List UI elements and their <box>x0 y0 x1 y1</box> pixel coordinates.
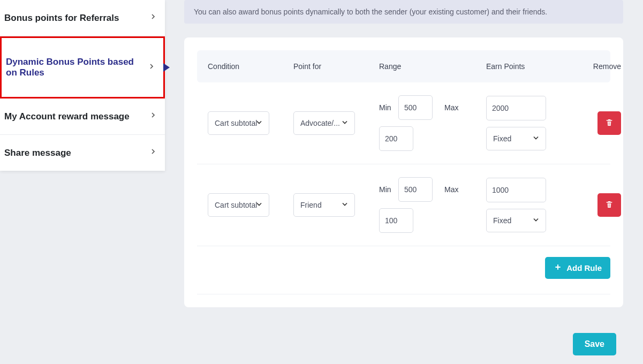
col-condition: Condition <box>208 62 293 71</box>
range-extra-input[interactable] <box>379 126 413 151</box>
earn-value-input[interactable] <box>486 96 546 120</box>
earn-type-value: Fixed <box>493 134 511 143</box>
col-remove: Remove <box>573 62 621 71</box>
remove-rule-button[interactable] <box>597 111 621 135</box>
condition-value: Cart subtotal <box>215 119 257 127</box>
sidebar-item-share-message[interactable]: Share message <box>0 135 165 171</box>
rule-row: Cart subtotal Advocate/... Min Max <box>197 82 610 164</box>
max-label: Max <box>444 103 458 112</box>
sidebar-item-bonus-points-referrals[interactable]: Bonus points for Referrals <box>0 0 165 36</box>
condition-value: Cart subtotal <box>215 201 257 209</box>
sidebar-item-label: Bonus points for Referrals <box>4 13 119 24</box>
chevron-down-icon <box>341 200 349 210</box>
info-banner: You can also award bonus points dynamica… <box>184 0 623 24</box>
point-for-cell: Advocate/... <box>293 111 379 135</box>
point-for-value: Advocate/... <box>300 119 340 127</box>
range-cell: Min Max <box>379 177 486 233</box>
earn-cell: Fixed <box>486 178 573 232</box>
point-for-value: Friend <box>300 201 322 209</box>
chevron-down-icon <box>341 118 349 128</box>
condition-select[interactable]: Cart subtotal <box>208 111 269 135</box>
earn-cell: Fixed <box>486 96 573 150</box>
rules-actions: Add Rule <box>197 246 610 294</box>
sidebar-item-label: Dynamic Bonus Points based on Rules <box>6 57 140 78</box>
range-cell: Min Max <box>379 95 486 151</box>
chevron-right-icon <box>147 62 156 73</box>
range-extra-input[interactable] <box>379 208 413 233</box>
add-rule-label: Add Rule <box>566 263 602 272</box>
chevron-right-icon <box>149 12 157 24</box>
condition-cell: Cart subtotal <box>208 193 293 217</box>
earn-type-select[interactable]: Fixed <box>486 209 546 232</box>
range-min-input[interactable] <box>398 95 433 120</box>
min-label: Min <box>379 103 394 112</box>
chevron-right-icon <box>149 147 157 158</box>
chevron-right-icon <box>149 111 157 122</box>
point-for-cell: Friend <box>293 193 379 217</box>
trash-icon <box>605 200 614 210</box>
sidebar-item-label: Share message <box>4 148 71 158</box>
sidebar-item-label: My Account reward message <box>4 111 130 122</box>
col-earn-points: Earn Points <box>486 62 573 71</box>
remove-rule-button[interactable] <box>597 193 621 217</box>
rules-table-header: Condition Point for Range Earn Points Re… <box>197 50 610 82</box>
earn-value-input[interactable] <box>486 178 546 202</box>
save-button[interactable]: Save <box>573 333 616 355</box>
earn-type-select[interactable]: Fixed <box>486 127 546 150</box>
sidebar-item-my-account-reward-message[interactable]: My Account reward message <box>0 98 165 135</box>
save-label: Save <box>585 339 604 348</box>
chevron-down-icon <box>532 134 540 144</box>
rules-card: Condition Point for Range Earn Points Re… <box>184 37 623 307</box>
col-range: Range <box>379 62 486 71</box>
trash-icon <box>605 118 614 128</box>
max-label: Max <box>444 185 458 194</box>
info-banner-text: You can also award bonus points dynamica… <box>194 7 547 16</box>
sidebar-item-dynamic-bonus-points[interactable]: Dynamic Bonus Points based on Rules <box>0 36 165 98</box>
col-point-for: Point for <box>293 62 379 71</box>
point-for-select[interactable]: Advocate/... <box>293 111 355 135</box>
range-min-input[interactable] <box>398 177 433 202</box>
rule-row: Cart subtotal Friend Min Max <box>197 164 610 246</box>
plus-icon <box>554 263 562 273</box>
earn-type-value: Fixed <box>493 216 511 225</box>
remove-cell <box>573 193 621 217</box>
add-rule-button[interactable]: Add Rule <box>545 257 610 279</box>
sidebar: Bonus points for Referrals Dynamic Bonus… <box>0 0 165 171</box>
condition-select[interactable]: Cart subtotal <box>208 193 269 217</box>
chevron-down-icon <box>532 216 540 226</box>
min-label: Min <box>379 185 394 194</box>
point-for-select[interactable]: Friend <box>293 193 355 217</box>
condition-cell: Cart subtotal <box>208 111 293 135</box>
remove-cell <box>573 111 621 135</box>
